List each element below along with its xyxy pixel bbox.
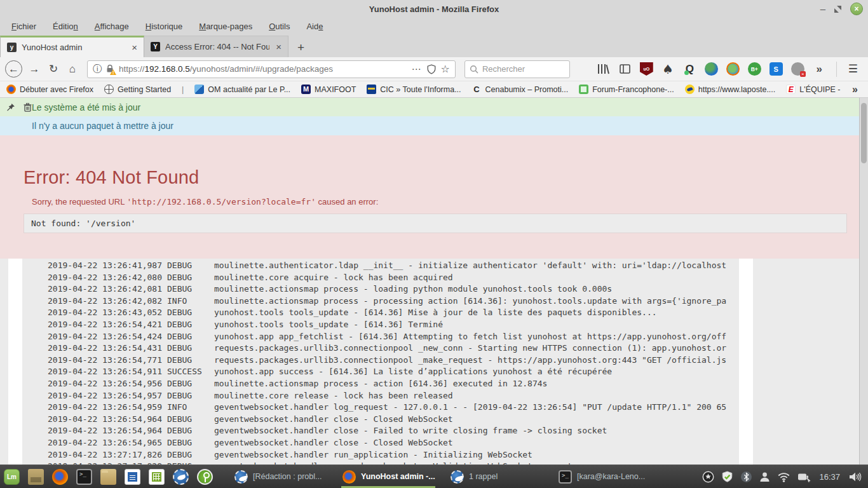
browser-tab[interactable]: Access Error: 404 -- Not Foun × bbox=[144, 36, 288, 57]
log-line: 2019-04-22 13:26:54,424DEBUGyunohost.app… bbox=[0, 331, 739, 343]
thunderbird-launcher[interactable] bbox=[173, 469, 189, 485]
update-shield-icon[interactable] bbox=[721, 471, 733, 483]
page-scrollbar-thumb[interactable] bbox=[861, 103, 867, 163]
bookmarks-overflow-icon[interactable]: » bbox=[852, 84, 862, 95]
bookmark-item[interactable]: MAXIFOOT bbox=[301, 85, 356, 94]
menu-item[interactable]: Édition bbox=[53, 22, 78, 31]
back-icon[interactable]: ← bbox=[5, 60, 22, 78]
toolbar-overflow-icon[interactable]: » bbox=[813, 62, 826, 76]
bookmark-item[interactable]: OM actualité par Le P... bbox=[194, 85, 290, 94]
toolbar-separator bbox=[836, 62, 837, 77]
tab-favicon-icon bbox=[151, 42, 160, 51]
battery-icon[interactable] bbox=[797, 471, 811, 482]
bookmark-item[interactable]: Débuter avec Firefox bbox=[6, 85, 93, 94]
terminal-launcher[interactable] bbox=[76, 469, 92, 485]
log-lines: 2019-04-22 13:26:41,987DEBUGmoulinette.a… bbox=[0, 260, 739, 464]
keepass-launcher[interactable] bbox=[197, 469, 213, 485]
url-text[interactable]: https://192.168.0.5/yunohost/admin/#/upg… bbox=[119, 64, 407, 74]
pocket-shield-icon[interactable] bbox=[426, 64, 437, 74]
menubar: Fichier Édition Affichage Historique Mar… bbox=[0, 18, 868, 35]
bookmark-favicon-icon bbox=[104, 85, 114, 94]
tab-close-icon[interactable]: × bbox=[275, 41, 283, 52]
forward-icon[interactable]: → bbox=[25, 60, 44, 79]
bookmark-star-icon[interactable]: ☆ bbox=[441, 63, 450, 75]
notes-tray-icon[interactable] bbox=[702, 471, 714, 483]
log-line: 2019-04-22 13:26:42,080DEBUGmoulinette.c… bbox=[0, 272, 739, 284]
bookmark-item[interactable]: Getting Started bbox=[104, 85, 171, 94]
error-panel: Error: 404 Not Found Sorry, the requeste… bbox=[0, 135, 859, 259]
wifi-icon[interactable] bbox=[777, 471, 790, 482]
ublock-origin-icon[interactable] bbox=[640, 62, 653, 76]
blue-s-addon-icon[interactable] bbox=[770, 62, 783, 76]
bluetooth-icon[interactable] bbox=[740, 471, 752, 483]
menu-icon[interactable]: ☰ bbox=[843, 62, 863, 76]
bookmark-item[interactable]: https://www.laposte.... bbox=[685, 85, 776, 94]
notification-info: Il n'y a aucun paquet à mettre à jour bbox=[0, 116, 859, 135]
bookmark-item[interactable]: L'ÉQUIPE - bbox=[786, 85, 840, 94]
minimize-button[interactable]: – bbox=[820, 6, 825, 12]
home-icon[interactable]: ⌂ bbox=[63, 60, 82, 79]
log-line: 2019-04-22 13:26:42,081DEBUGmoulinette.a… bbox=[0, 283, 739, 295]
qwant-icon[interactable]: Q bbox=[683, 62, 696, 76]
menu-item[interactable]: Fichier bbox=[11, 22, 36, 31]
search-input[interactable] bbox=[482, 64, 565, 74]
sidebars-icon[interactable] bbox=[618, 62, 632, 76]
page-actions-icon[interactable]: ⋯ bbox=[412, 64, 422, 75]
tab-close-icon[interactable]: × bbox=[130, 42, 139, 53]
tab-label: YunoHost admin bbox=[22, 43, 125, 52]
b-plus-addon-icon[interactable] bbox=[748, 62, 761, 76]
taskbar-window-button[interactable]: [kara@kara-Leno... bbox=[555, 465, 663, 488]
log-panel: 2019-04-22 13:26:41,987DEBUGmoulinette.a… bbox=[0, 259, 859, 464]
browser-tab[interactable]: YunoHost admin × bbox=[0, 36, 144, 57]
orange-globe-addon-icon[interactable] bbox=[726, 62, 740, 76]
bookmark-item[interactable]: Forum-Francophone-... bbox=[579, 85, 674, 94]
page-scrollbar[interactable] bbox=[859, 98, 868, 464]
bookmark-favicon-icon bbox=[472, 85, 482, 94]
pin-icon[interactable] bbox=[6, 103, 15, 112]
clock[interactable]: 16:37 bbox=[818, 472, 841, 482]
taskbar-window-button[interactable]: 1 rappel bbox=[447, 465, 555, 488]
log-line: 2019-04-22 13:26:54,959INFOgeventwebsock… bbox=[0, 402, 739, 414]
trash-icon[interactable] bbox=[24, 103, 32, 112]
url-bar[interactable]: ⓘ https://192.168.0.5/yunohost/admin/#/u… bbox=[87, 60, 456, 78]
user-tray-icon[interactable] bbox=[759, 471, 770, 482]
maximize-button[interactable] bbox=[834, 6, 841, 13]
bookmark-favicon-icon bbox=[301, 85, 311, 94]
mixed-content-lock-icon[interactable] bbox=[106, 64, 114, 74]
taskbar-window-button[interactable]: YunoHost admin -... bbox=[339, 465, 447, 488]
firefox-launcher[interactable] bbox=[52, 469, 68, 485]
bookmark-favicon-icon bbox=[194, 85, 204, 94]
dark-bird-addon-icon[interactable]: ♠ bbox=[661, 62, 675, 76]
log-scrollbar-right[interactable] bbox=[739, 259, 753, 464]
new-tab-button[interactable]: + bbox=[288, 41, 313, 57]
bookmark-item[interactable]: CIC » Toute l'Informa... bbox=[367, 85, 461, 94]
log-line: 2019-04-22 13:26:42,082INFOmoulinette.ac… bbox=[0, 295, 739, 308]
writer-launcher[interactable] bbox=[125, 469, 140, 485]
menu-item[interactable]: Affichage bbox=[95, 22, 129, 31]
volume-icon[interactable] bbox=[848, 471, 862, 482]
bookmark-favicon-icon bbox=[786, 85, 796, 94]
menu-item[interactable]: Historique bbox=[146, 22, 183, 31]
search-box[interactable] bbox=[465, 60, 570, 78]
error-detail-box: Not found: '/version' bbox=[24, 214, 847, 233]
calc-launcher[interactable] bbox=[149, 469, 165, 485]
disabled-addon-icon[interactable] bbox=[791, 62, 804, 76]
log-scrollbar-left[interactable] bbox=[8, 259, 22, 464]
mint-menu-button[interactable] bbox=[4, 469, 20, 485]
taskbar-window-button[interactable]: [Rédaction : probl... bbox=[231, 465, 339, 488]
menu-item[interactable]: Marque-pages bbox=[199, 22, 252, 31]
menu-item[interactable]: Aide bbox=[306, 22, 323, 31]
files-launcher[interactable] bbox=[100, 469, 116, 485]
globe-addon-icon[interactable] bbox=[705, 62, 718, 76]
bookmark-favicon-icon bbox=[6, 85, 16, 94]
close-button[interactable]: × bbox=[850, 3, 863, 15]
menu-item[interactable]: Outils bbox=[269, 22, 290, 31]
reload-icon[interactable]: ↻ bbox=[44, 60, 63, 79]
bookmark-item[interactable]: Cenabumix – Promoti... bbox=[472, 85, 569, 94]
site-info-icon[interactable]: ⓘ bbox=[93, 64, 102, 75]
show-desktop-button[interactable] bbox=[28, 469, 44, 485]
log-line: 2019-04-22 13:26:54,964DEBUGgeventwebsoc… bbox=[0, 414, 739, 426]
library-icon[interactable] bbox=[597, 62, 610, 76]
bookmark-item[interactable]: | bbox=[182, 85, 184, 94]
addon-icons: ♠ Q » bbox=[597, 62, 826, 76]
